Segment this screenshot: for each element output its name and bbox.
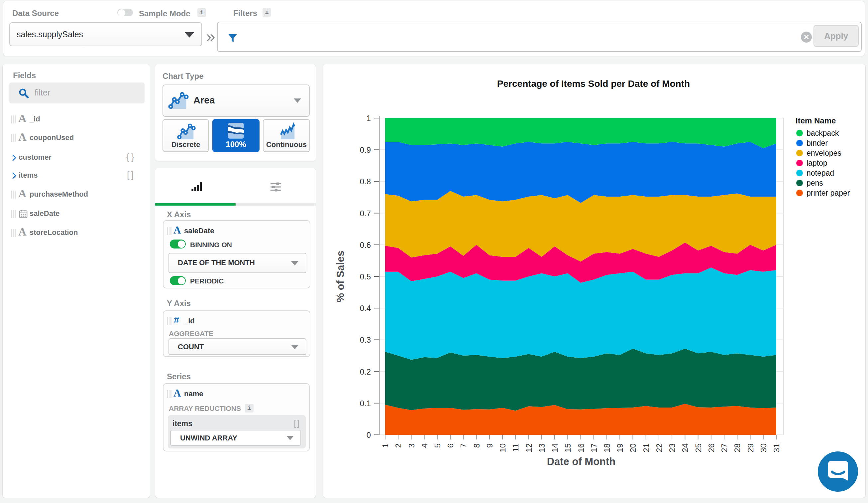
svg-text:Item Name: Item Name: [796, 116, 836, 125]
svg-text:binder: binder: [807, 139, 828, 147]
svg-text:0.8: 0.8: [360, 177, 371, 186]
svg-text:Date of Month: Date of Month: [547, 456, 616, 467]
svg-text:laptop: laptop: [807, 159, 827, 167]
svg-text:29: 29: [746, 443, 755, 452]
svg-text:9: 9: [485, 443, 494, 448]
svg-text:10: 10: [498, 443, 507, 452]
svg-text:14: 14: [550, 443, 559, 452]
svg-text:backpack: backpack: [807, 129, 839, 138]
svg-text:7: 7: [459, 443, 468, 448]
svg-text:12: 12: [524, 443, 533, 452]
svg-text:0: 0: [366, 431, 371, 440]
svg-text:0.5: 0.5: [360, 272, 371, 281]
svg-text:2: 2: [394, 443, 403, 448]
svg-text:15: 15: [563, 443, 572, 452]
svg-text:26: 26: [707, 443, 716, 452]
svg-text:0.3: 0.3: [360, 335, 371, 344]
svg-text:1: 1: [366, 114, 371, 123]
svg-text:13: 13: [537, 443, 546, 452]
svg-text:28: 28: [733, 443, 742, 452]
svg-text:21: 21: [642, 443, 651, 452]
svg-text:printer paper: printer paper: [807, 189, 850, 197]
svg-text:24: 24: [681, 443, 690, 452]
svg-text:0.2: 0.2: [360, 367, 371, 376]
svg-text:Percentage of Items Sold per D: Percentage of Items Sold per Date of Mon…: [497, 79, 690, 89]
svg-text:8: 8: [472, 443, 481, 448]
svg-text:23: 23: [668, 443, 676, 452]
svg-text:19: 19: [616, 443, 624, 452]
svg-text:31: 31: [772, 443, 781, 452]
svg-text:0.9: 0.9: [360, 145, 371, 154]
svg-text:30: 30: [759, 443, 768, 452]
svg-text:% of Sales: % of Sales: [335, 251, 346, 302]
svg-text:6: 6: [446, 443, 455, 448]
svg-text:pens: pens: [807, 179, 823, 187]
svg-text:envelopes: envelopes: [807, 149, 841, 157]
svg-text:11: 11: [511, 443, 520, 452]
svg-text:25: 25: [694, 443, 703, 452]
svg-text:0.6: 0.6: [360, 241, 371, 250]
svg-text:27: 27: [720, 443, 729, 452]
svg-text:3: 3: [407, 443, 416, 448]
svg-text:17: 17: [590, 443, 599, 452]
svg-text:18: 18: [602, 443, 611, 452]
svg-text:0.1: 0.1: [360, 399, 371, 408]
svg-text:0.4: 0.4: [360, 304, 371, 313]
svg-text:22: 22: [655, 443, 664, 452]
svg-text:1: 1: [381, 443, 390, 448]
svg-text:0.7: 0.7: [360, 209, 371, 218]
svg-text:notepad: notepad: [807, 169, 834, 177]
svg-text:4: 4: [420, 443, 429, 448]
svg-text:5: 5: [433, 443, 442, 448]
svg-text:20: 20: [628, 443, 637, 452]
svg-text:16: 16: [577, 443, 586, 452]
